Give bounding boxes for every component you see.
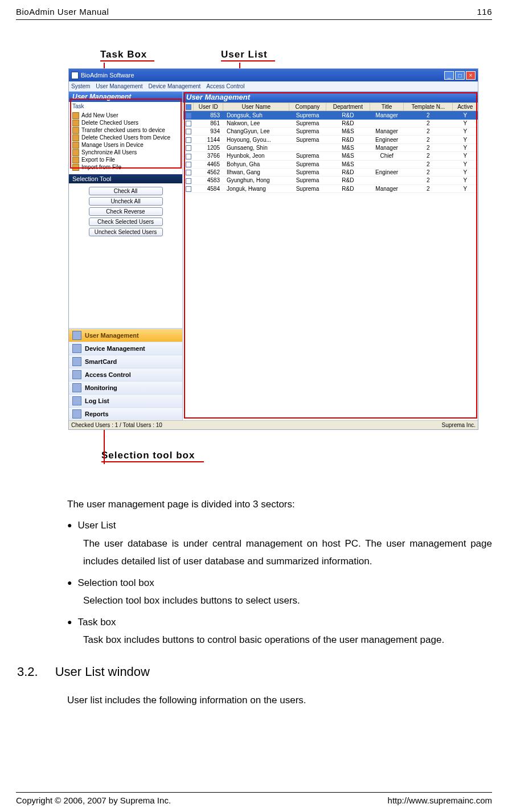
table-row[interactable]: 1144Hoyoung, Gyou...SupremaR&DEngineer2Y [183,136,478,143]
table-cell: Nakwon, Lee [223,119,289,127]
table-cell: Jonguk, Hwang [223,184,289,192]
table-row[interactable]: 1205Gunsaeng, ShinM&SManager2Y [183,143,478,151]
menu-user-management[interactable]: User Management [96,83,142,89]
table-cell: Dongsuk, Suh [223,111,289,119]
task-item[interactable]: Delete Checked Users from Device [71,134,180,141]
task-item[interactable]: Import from File [71,163,180,171]
table-cell: Y [453,184,478,192]
row-checkbox[interactable] [186,121,191,126]
footer-right: http://www.supremainc.com [388,795,492,805]
nav-item[interactable]: SmartCard [69,355,182,368]
table-cell: Suprema [289,160,326,168]
table-row[interactable]: 934ChangGyun, LeeSupremaM&SManager2Y [183,128,478,136]
task-icon [72,149,79,156]
table-row[interactable]: 861Nakwon, LeeSupremaR&D2Y [183,119,478,127]
table-cell: Engineer [370,168,403,176]
menu-access-control[interactable]: Access Control [206,83,244,89]
menu-system[interactable]: System [71,83,90,89]
table-cell: 934 [194,128,223,136]
callout-line [100,60,154,61]
nav-item[interactable]: Monitoring [69,381,182,394]
row-checkbox[interactable] [186,113,191,118]
column-header[interactable]: Company [289,103,326,111]
table-cell: Hyunbok, Jeon [223,152,289,160]
bullet-dot: ● [67,516,72,534]
task-item[interactable]: Export to File [71,156,180,163]
table-cell: Y [453,152,478,160]
table-cell [370,177,403,184]
selection-tool-body: Check AllUncheck AllCheck ReverseCheck S… [69,183,182,280]
table-row[interactable]: 853Dongsuk, SuhSupremaR&DManager2Y [183,111,478,119]
table-cell [183,177,194,184]
page-number: 116 [477,7,492,17]
table-cell [183,184,194,192]
table-cell: Manager [370,143,403,151]
task-icon [72,127,79,134]
menu-device-management[interactable]: Device Management [149,83,201,89]
table-row[interactable]: 4583Gyunghun, HongSupremaR&D2Y [183,177,478,184]
app-icon [71,72,79,79]
footer-rule [16,792,492,793]
status-left: Checked Users : 1 / Total Users : 10 [71,422,162,428]
table-cell: Chief [370,152,403,160]
selection-tool-title: Selection Tool [69,174,182,183]
column-header[interactable]: Active [453,103,478,111]
table-cell: R&D [326,119,370,127]
header-left: BioAdmin User Manual [16,7,109,17]
titlebar: BioAdmin Software _ □ × [69,69,478,81]
page-header: BioAdmin User Manual 116 [16,7,492,17]
selection-button[interactable]: Uncheck All [89,197,163,206]
table-cell: M&S [326,152,370,160]
table-row[interactable]: 4465Bohyun, GhaSupremaM&S2Y [183,160,478,168]
nav-item[interactable]: User Management [69,329,182,342]
table-cell: 2 [404,177,453,184]
column-header[interactable]: Title [370,103,403,111]
task-item[interactable]: Synchronize All Users [71,149,180,156]
selection-button[interactable]: Check All [89,187,163,195]
nav-item[interactable]: Reports [69,407,182,420]
column-header[interactable] [183,103,194,111]
row-checkbox[interactable] [186,145,191,151]
close-button[interactable]: × [466,71,476,80]
table-cell: Y [453,177,478,184]
task-item[interactable]: Manage Users in Device [71,141,180,149]
column-header[interactable]: Template N... [404,103,453,111]
doc-body: The user management page is divided into… [67,495,492,712]
table-row[interactable]: 4584Jonguk, HwangSupremaR&DManager2Y [183,184,478,192]
table-cell: Bohyun, Gha [223,160,289,168]
row-checkbox[interactable] [186,137,191,143]
table-cell [183,128,194,136]
row-checkbox[interactable] [186,129,191,134]
table-row[interactable]: 4562Ilhwan, GangSupremaR&DEngineer2Y [183,168,478,176]
table-row[interactable]: 3766Hyunbok, JeonSupremaM&SChief2Y [183,152,478,160]
row-checkbox[interactable] [186,178,191,184]
selection-button[interactable]: Uncheck Selected Users [89,228,163,236]
row-checkbox[interactable] [186,162,191,167]
callout-userlist: User List [221,49,268,60]
content-area: User Management User IDUser NameCompanyD… [183,92,478,420]
checkbox-header[interactable] [186,104,191,110]
task-item[interactable]: Add New User [71,112,180,119]
row-checkbox[interactable] [186,170,191,175]
selection-button[interactable]: Check Selected Users [89,218,163,226]
column-header[interactable]: User ID [194,103,223,111]
app-title: BioAdmin Software [81,72,134,79]
nav-item[interactable]: Log List [69,394,182,407]
column-header[interactable]: User Name [223,103,289,111]
selection-button[interactable]: Check Reverse [89,207,163,216]
task-icon [72,120,79,126]
table-cell: 2 [404,160,453,168]
bullet2-body: Selection tool box includes buttons to s… [83,592,492,609]
nav-item[interactable]: Access Control [69,368,182,381]
nav-list: User ManagementDevice ManagementSmartCar… [69,328,182,420]
task-item[interactable]: Transfer checked users to device [71,126,180,134]
nav-item[interactable]: Device Management [69,342,182,355]
task-item[interactable]: Delete Checked Users [71,119,180,126]
table-cell: Suprema [289,111,326,119]
minimize-button[interactable]: _ [444,71,454,80]
column-header[interactable]: Department [326,103,370,111]
maximize-button[interactable]: □ [455,71,465,80]
section-number: 3.2. [17,661,38,684]
row-checkbox[interactable] [186,154,191,159]
row-checkbox[interactable] [186,186,191,192]
